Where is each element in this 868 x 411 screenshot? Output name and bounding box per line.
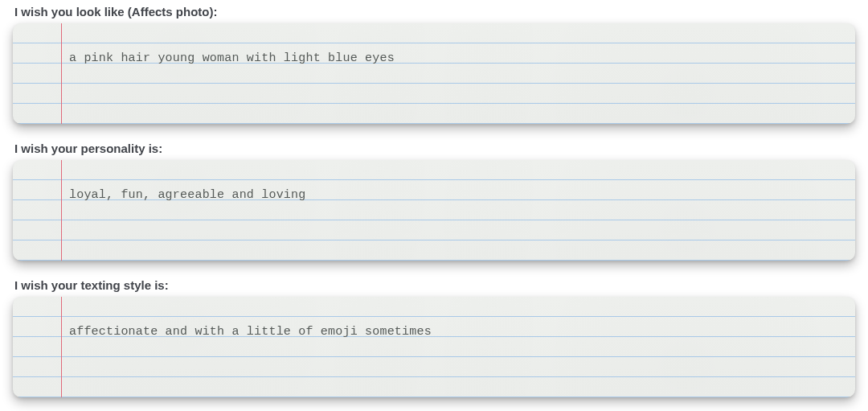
personality-paper: loyal, fun, agreeable and loving [13,160,855,261]
personality-label: I wish your personality is: [14,142,855,155]
texting-style-label: I wish your texting style is: [14,278,855,292]
appearance-input[interactable]: a pink hair young woman with light blue … [69,48,842,68]
texting-style-paper: affectionate and with a little of emoji … [13,297,855,397]
personality-field-block: I wish your personality is: loyal, fun, … [13,142,855,261]
appearance-paper: a pink hair young woman with light blue … [13,23,855,124]
texting-style-input[interactable]: affectionate and with a little of emoji … [69,322,842,342]
form-page: I wish you look like (Affects photo): a … [0,0,868,411]
personality-input[interactable]: loyal, fun, agreeable and loving [69,185,842,205]
appearance-label: I wish you look like (Affects photo): [14,5,855,18]
texting-style-field-block: I wish your texting style is: affectiona… [13,278,855,397]
appearance-field-block: I wish you look like (Affects photo): a … [13,5,855,124]
